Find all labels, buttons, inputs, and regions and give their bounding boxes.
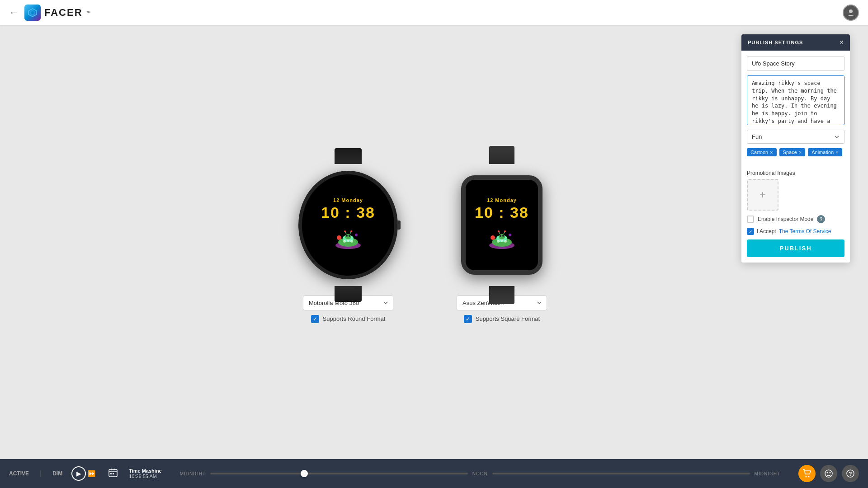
band-top-round: [335, 148, 362, 164]
enable-inspector-row: Enable Inspector Mode ?: [747, 215, 844, 223]
watch-round-preview: 12 Monday 10 : 38: [294, 162, 402, 288]
face-button[interactable]: [820, 465, 837, 482]
svg-point-18: [355, 234, 358, 236]
check-icon-square: ✓: [464, 315, 472, 323]
svg-point-17: [337, 235, 341, 240]
band-bottom-square: [489, 286, 514, 304]
tos-checkbox[interactable]: ✓: [747, 228, 754, 235]
svg-point-2: [31, 11, 34, 14]
watch-name-input[interactable]: [747, 56, 844, 71]
svg-point-7: [343, 240, 346, 243]
svg-point-22: [497, 240, 500, 243]
svg-point-41: [808, 476, 810, 478]
tag-cartoon-remove[interactable]: ×: [770, 150, 773, 155]
publish-header: PUBLISH SETTINGS ×: [741, 34, 850, 51]
watch-day-1: 12 Monday: [333, 197, 363, 203]
tag-input[interactable]: [747, 159, 769, 165]
calendar-button[interactable]: [108, 468, 118, 480]
category-select[interactable]: Fun Sport Minimal: [747, 130, 844, 144]
tag-cartoon: Cartoon ×: [747, 148, 777, 156]
timeline-track-2[interactable]: [492, 473, 750, 474]
i-accept-label: I Accept: [757, 228, 776, 235]
svg-point-24: [504, 240, 507, 243]
svg-point-33: [509, 234, 511, 236]
watch-time-2: 10 : 38: [475, 204, 529, 221]
status-separator: |: [40, 469, 42, 478]
svg-point-31: [504, 230, 506, 232]
svg-point-30: [498, 230, 500, 232]
noon-label: NOON: [472, 471, 488, 476]
band-bottom-round: [335, 286, 362, 302]
description-textarea[interactable]: Amazing rikky's space trip. When the mor…: [747, 75, 844, 125]
timeline-thumb[interactable]: [301, 470, 308, 477]
format-check-round[interactable]: ✓ Supports Round Format: [311, 315, 386, 323]
timeline-container: MIDNIGHT NOON MIDNIGHT: [171, 471, 789, 476]
svg-point-11: [346, 235, 348, 237]
tags-row: Cartoon × Space × Animation ×: [747, 148, 844, 165]
bottom-bar: ACTIVE | DIM ▶ ⏩ Time Mashine 10:26:55 A…: [0, 459, 868, 488]
check-icon-round: ✓: [311, 315, 319, 323]
tag-animation-label: Animation: [811, 150, 834, 155]
watch-round-body: 12 Monday 10 : 38: [298, 171, 398, 279]
svg-rect-38: [110, 473, 112, 474]
user-avatar[interactable]: [843, 5, 859, 21]
watch-face-round: 12 Monday 10 : 38: [302, 174, 394, 276]
watch-day-2: 12 Monday: [487, 197, 517, 203]
tag-animation-remove[interactable]: ×: [835, 150, 838, 155]
format-label-round: Supports Round Format: [323, 315, 386, 322]
svg-text:?: ?: [849, 471, 852, 477]
midnight-label-right: MIDNIGHT: [755, 471, 780, 476]
time-machine-title: Time Mashine: [129, 468, 162, 474]
time-machine: Time Mashine 10:26:55 AM: [129, 468, 162, 479]
svg-point-25: [499, 234, 505, 239]
watch-crown: [397, 221, 401, 230]
back-button[interactable]: ←: [9, 7, 19, 19]
tag-animation: Animation ×: [808, 148, 842, 156]
active-status: ACTIVE: [9, 470, 29, 477]
watch-item-square: 12 Monday 10 : 38: [457, 162, 547, 323]
dim-status: DIM: [52, 470, 62, 477]
watches-container: 12 Monday 10 : 38: [294, 162, 547, 323]
publish-close-button[interactable]: ×: [840, 39, 844, 46]
svg-rect-39: [113, 473, 114, 474]
tos-link[interactable]: The Terms Of Service: [779, 228, 831, 235]
play-button[interactable]: ▶: [71, 466, 86, 481]
tag-space-remove[interactable]: ×: [799, 150, 802, 155]
tag-space: Space ×: [779, 148, 806, 156]
publish-settings-panel: PUBLISH SETTINGS × Amazing rikky's space…: [741, 34, 850, 263]
midnight-label-left: MIDNIGHT: [180, 471, 206, 476]
publish-title: PUBLISH SETTINGS: [748, 40, 803, 45]
format-check-square[interactable]: ✓ Supports Square Format: [464, 315, 540, 323]
svg-point-26: [500, 235, 501, 237]
inspector-label: Enable Inspector Mode: [758, 216, 813, 222]
svg-point-44: [830, 472, 831, 474]
header: ← FACER™: [0, 0, 868, 25]
ufo-graphic-1: [330, 225, 366, 252]
promo-section: Promotional Images +: [747, 170, 844, 211]
watch-item-round: 12 Monday 10 : 38: [294, 162, 402, 323]
help-button[interactable]: ?: [842, 465, 859, 482]
logo-text: FACER: [44, 7, 83, 19]
svg-point-16: [350, 230, 352, 232]
inspector-checkbox[interactable]: [747, 216, 754, 223]
playback-controls: ▶ ⏩: [71, 466, 95, 481]
watch-square-preview: 12 Monday 10 : 38: [457, 162, 547, 288]
svg-point-15: [344, 230, 346, 232]
svg-point-40: [806, 476, 807, 478]
logo: FACER™: [24, 5, 91, 21]
cart-button[interactable]: [798, 465, 816, 482]
tag-space-label: Space: [783, 150, 797, 155]
publish-button[interactable]: PUBLISH: [747, 239, 844, 257]
svg-point-12: [349, 235, 350, 237]
inspector-help-icon[interactable]: ?: [817, 215, 825, 223]
header-left: ← FACER™: [9, 5, 91, 21]
logo-tm: ™: [86, 10, 91, 15]
fast-forward-button[interactable]: ⏩: [88, 470, 95, 477]
tos-row: ✓ I Accept The Terms Of Service: [747, 228, 844, 235]
bottom-right-icons: ?: [798, 465, 859, 482]
logo-icon: [24, 5, 41, 21]
promo-upload-button[interactable]: +: [747, 179, 778, 211]
svg-point-9: [350, 240, 353, 243]
timeline-track[interactable]: [210, 473, 468, 474]
publish-body: Amazing rikky's space trip. When the mor…: [741, 51, 850, 263]
